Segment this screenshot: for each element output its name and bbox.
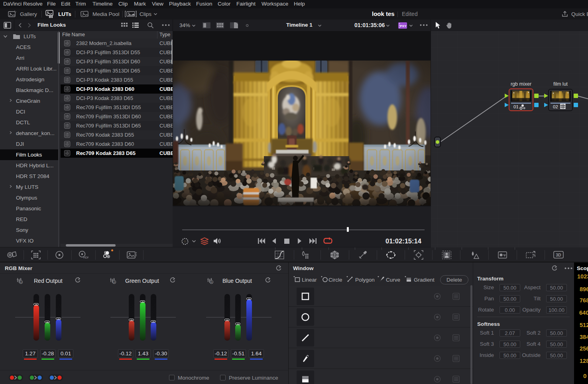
svg-text:A: A (113, 281, 115, 284)
svg-text:01: 01 (513, 104, 519, 109)
svg-text:A: A (20, 281, 22, 284)
svg-text:3D: 3D (556, 253, 561, 257)
svg-text:PXY: PXY (400, 24, 407, 28)
svg-text:02: 02 (553, 104, 558, 109)
svg-text:film lut: film lut (553, 81, 568, 87)
svg-text:A: A (210, 281, 212, 284)
svg-text:rgb mixer: rgb mixer (511, 81, 531, 87)
svg-text:HDR: HDR (83, 256, 88, 259)
